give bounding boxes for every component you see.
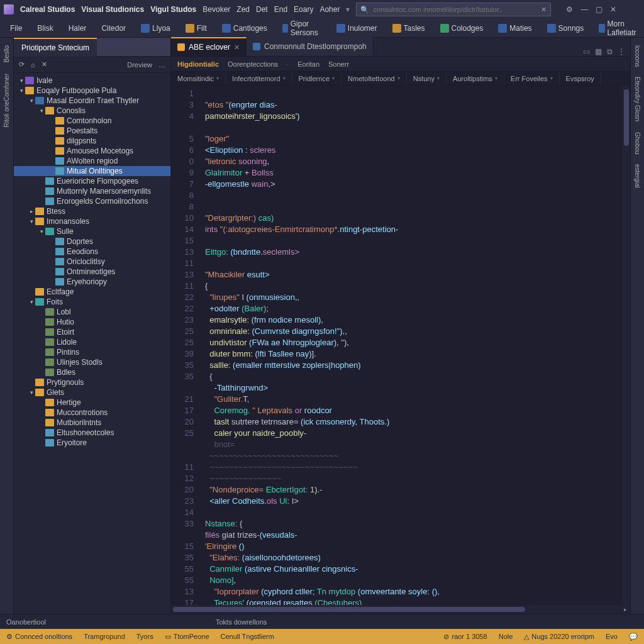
tree-row[interactable]: Ecltfage <box>14 287 170 297</box>
expand-icon[interactable]: ▾ <box>18 87 25 94</box>
tab-action-icon[interactable]: ⧉ <box>607 47 613 56</box>
tree-row[interactable]: Ulinjes Stodls <box>14 357 170 367</box>
tree-row[interactable]: Doprtes <box>14 236 170 247</box>
toolstrip-item[interactable]: Eteondiry Glosn <box>634 73 641 125</box>
tree-row[interactable]: Lobl <box>14 307 170 317</box>
nav-item[interactable]: Auroltipstims▾ <box>447 72 504 85</box>
tree-row[interactable]: dilgpsnts <box>14 136 170 146</box>
overflow-icon[interactable]: … <box>158 61 165 69</box>
toolstrip-item[interactable]: estergial <box>634 160 641 192</box>
status-item[interactable]: Nole <box>499 633 513 641</box>
close-tab-icon[interactable]: ✕ <box>234 43 240 52</box>
status-warnings[interactable]: △ Nugs 20220 eroripm <box>524 633 594 641</box>
expand-icon[interactable]: ▾ <box>28 218 35 225</box>
global-search[interactable]: 🔍 ✕ <box>356 3 551 16</box>
tree-row[interactable]: ▾Glets <box>14 387 170 397</box>
expand-icon[interactable]: ▾ <box>38 228 45 235</box>
status-item[interactable]: ▭ TtomPeone <box>165 633 209 641</box>
tree-row[interactable]: Mitual Onlltinges <box>14 166 170 176</box>
title-seg[interactable]: Zed <box>236 5 250 14</box>
tree-row[interactable]: ▸Btess <box>14 206 170 216</box>
toolstrip-item[interactable]: Ritoli orieComfoner <box>3 70 10 131</box>
tree-row[interactable]: Eeodions <box>14 247 170 257</box>
tree-row[interactable]: AWolten regiod <box>14 156 170 166</box>
vertical-scrollbar[interactable] <box>623 86 630 605</box>
nav-item[interactable]: Momsitindic▾ <box>171 72 226 85</box>
tree-row[interactable]: Bdles <box>14 367 170 377</box>
sidebar-tab[interactable]: Priotiporte Sntecium <box>14 38 97 57</box>
tree-row[interactable]: Eryoitore <box>14 438 170 448</box>
status-item[interactable]: Tramgropund <box>84 633 125 640</box>
status-item[interactable]: Evo <box>606 633 618 641</box>
crumb[interactable]: Oorenptecctions <box>228 60 278 68</box>
status-item[interactable]: Cenull Tngstlierm <box>221 633 274 640</box>
expand-icon[interactable]: ▾ <box>38 108 45 114</box>
toolstrip-item[interactable]: Besllo <box>3 42 10 66</box>
nav-item[interactable]: Nmetoltettoond▾ <box>341 72 407 85</box>
clear-search-icon[interactable]: ✕ <box>541 6 547 14</box>
tree-row[interactable]: Pintins <box>14 347 170 357</box>
bottom-tab[interactable]: Tokts dowrellons <box>216 618 267 626</box>
code-content[interactable]: "etos "(engrter dias-pamoteihrster_ligno… <box>199 86 630 605</box>
tree-row[interactable]: ▾Sulle <box>14 226 170 236</box>
scroll-thumb[interactable] <box>624 89 629 146</box>
status-item[interactable]: ⚙ Connced onoltions <box>6 633 72 641</box>
tree-row[interactable]: Comtonholon <box>14 116 170 126</box>
tree-row[interactable]: Oricloclitlsy <box>14 257 170 267</box>
menu-item[interactable]: Gipor Sersons <box>276 17 328 40</box>
tree-row[interactable]: ▾Imonansoles <box>14 216 170 226</box>
tab-action-icon[interactable]: ⋮ <box>618 47 625 56</box>
tree-row[interactable]: Eltushoneotcoles <box>14 428 170 438</box>
title-seg[interactable]: Bevoker <box>203 5 230 14</box>
expand-icon[interactable]: ▾ <box>28 389 35 396</box>
tree-row[interactable]: Eryehoriopy <box>14 277 170 287</box>
nav-item[interactable]: Pridlernce▾ <box>292 72 342 85</box>
tree-row[interactable]: Hertige <box>14 397 170 408</box>
tree-row[interactable]: ▾Ivale <box>14 75 170 86</box>
tree-row[interactable]: Poestalts <box>14 126 170 136</box>
tree-row[interactable]: ▾Foits <box>14 297 170 307</box>
menu-item[interactable]: Citedor <box>95 21 132 35</box>
menu-item[interactable]: File <box>4 21 28 35</box>
tree-row[interactable]: Lidole <box>14 337 170 347</box>
menu-item[interactable]: Morn Lafletiatr <box>592 17 644 40</box>
tree-row[interactable]: Mutbiorilntnts <box>14 418 170 428</box>
tree-row[interactable]: Muttornly Manersonemynlits <box>14 186 170 196</box>
refresh-icon[interactable]: ⟳ <box>19 60 25 69</box>
nav-item[interactable]: Evspsroy <box>560 72 601 85</box>
crumb[interactable]: Higdiontialic <box>177 60 219 68</box>
tree-row[interactable]: Etoirt <box>14 327 170 337</box>
preview-toggle[interactable]: Dreview <box>127 61 152 69</box>
maximize-button[interactable]: ▢ <box>596 5 602 14</box>
title-seg[interactable]: Eoary <box>294 5 313 14</box>
editor-tab[interactable]: Conmonnult Dtestlomprompoh <box>247 37 374 56</box>
tree-row[interactable]: Euerioriche Flompogees <box>14 176 170 186</box>
bottom-tab[interactable]: Oanobertiool <box>6 618 46 626</box>
nav-item[interactable]: Infecrtotitemord▾ <box>226 72 292 85</box>
menu-item[interactable]: Blisk <box>31 21 59 35</box>
title-seg[interactable]: End <box>274 5 287 14</box>
toolstrip-item[interactable]: locoons <box>634 42 641 70</box>
expand-icon[interactable]: ▸ <box>28 208 35 214</box>
status-errors[interactable]: ⊘ raor 1 3058 <box>443 633 487 641</box>
close-window-button[interactable]: ✕ <box>610 5 616 14</box>
tree-row[interactable]: Amoused Mocetogs <box>14 146 170 156</box>
scroll-right-icon[interactable]: ▸ <box>620 605 630 614</box>
menu-item[interactable]: Filt <box>179 21 213 35</box>
menu-item[interactable]: Cantloges <box>216 21 274 35</box>
close-icon[interactable]: ✕ <box>42 60 47 69</box>
menu-item[interactable]: Maties <box>492 21 538 35</box>
code-area[interactable]: 1345609788101415131113112222232525393535… <box>171 86 630 605</box>
tree-row[interactable]: ▾Conoslis <box>14 106 170 116</box>
tree-row[interactable]: ▾Eoqaly Futboopole Pula <box>14 86 170 96</box>
tab-action-icon[interactable]: ▭ <box>583 47 590 56</box>
tab-action-icon[interactable]: ▦ <box>595 47 602 56</box>
nav-item[interactable]: Err Foveiles▾ <box>504 72 560 85</box>
menu-item[interactable]: Haler <box>62 21 93 35</box>
title-seg[interactable]: Aoher <box>319 5 340 14</box>
scroll-thumb[interactable] <box>173 607 525 612</box>
tree-row[interactable]: Erorogelds Cormoilrochons <box>14 196 170 206</box>
tree-row[interactable]: Muccontrotions <box>14 408 170 418</box>
minimize-button[interactable]: — <box>580 5 588 14</box>
crumb[interactable]: Sonerr <box>328 60 349 68</box>
